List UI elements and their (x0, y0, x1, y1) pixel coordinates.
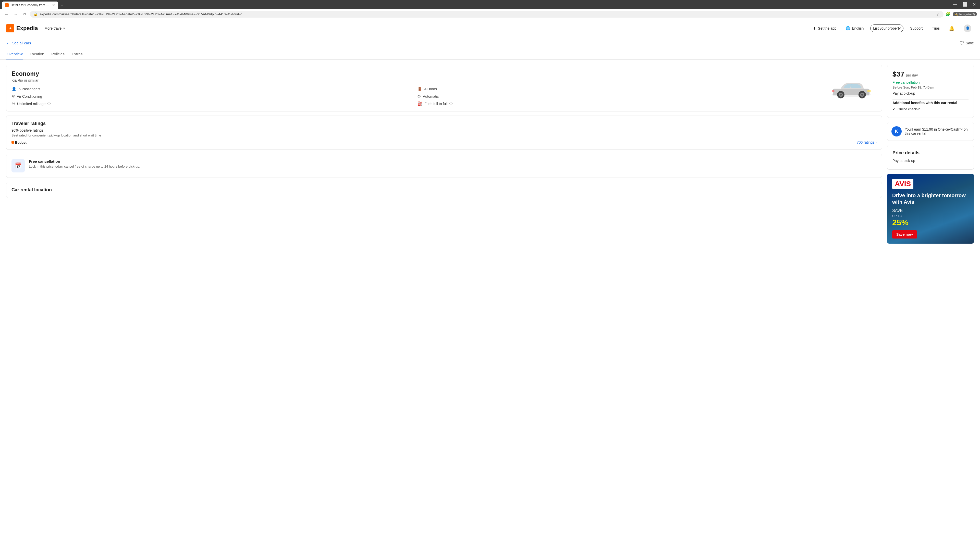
more-travel-label: More travel (45, 26, 62, 30)
address-bar-right: 🧩 🕵 Incognito (2) (945, 12, 977, 17)
main-layout: Economy Kia Rio or similar 👤 5 Passenger… (0, 60, 980, 249)
language-button[interactable]: 🌐 English (843, 24, 866, 32)
logo[interactable]: ✈ Expedia (6, 24, 38, 32)
svg-point-7 (861, 94, 863, 95)
svg-point-9 (832, 90, 835, 92)
new-tab-button[interactable]: + (59, 2, 65, 9)
trips-button[interactable]: Trips (929, 25, 942, 32)
ratings-count: 706 ratings (857, 140, 874, 144)
feature-ac: ❄ Air Conditioning (11, 94, 415, 99)
extensions-icon[interactable]: 🧩 (945, 12, 951, 17)
ac-icon: ❄ (11, 94, 15, 99)
window-minimize-button[interactable]: — (951, 2, 959, 7)
back-button[interactable]: ← (3, 11, 10, 17)
feature-passengers-label: 5 Passengers (19, 87, 41, 91)
car-class: Economy (11, 70, 821, 77)
price-card: $37 per day Free cancellation Before Sun… (887, 65, 974, 118)
doors-icon: 🚪 (417, 86, 422, 91)
onekeycash-card: K You'll earn $11.90 in OneKeyCash™ on t… (887, 122, 974, 141)
back-to-cars-link[interactable]: ← See all cars (6, 41, 31, 46)
page: ✈ Expedia More travel ▾ ⬇ Get the app 🌐 … (0, 20, 980, 249)
address-bar[interactable]: 🔒 expedia.com/carsearch/details?date1=2%… (30, 11, 943, 17)
globe-icon: 🌐 (845, 26, 850, 30)
cancel-text: Free cancellation Lock in this price tod… (29, 159, 140, 168)
incognito-badge: 🕵 Incognito (2) (953, 12, 977, 16)
tab-close-button[interactable]: ✕ (52, 3, 55, 7)
fuel-info-icon[interactable]: ⓘ (449, 102, 452, 106)
feature-fuel-label: Fuel: full to full (425, 102, 447, 106)
mileage-icon: ♾ (11, 101, 15, 106)
checkmark-icon: ✓ (892, 107, 896, 111)
browser-tabs: ✈ Details for Economy from Budg... ✕ + (2, 2, 65, 9)
ratings-section: Traveler ratings 90% positive ratings Be… (6, 116, 882, 150)
save-button[interactable]: ♡ Save (959, 40, 974, 46)
browser-tab-active[interactable]: ✈ Details for Economy from Budg... ✕ (2, 2, 58, 9)
car-model: Kia Rio or similar (11, 78, 821, 83)
feature-fuel: ⛽ Fuel: full to full ⓘ (417, 101, 821, 106)
incognito-icon: 🕵 (955, 13, 958, 16)
feature-ac-label: Air Conditioning (17, 94, 42, 98)
mileage-info-icon[interactable]: ⓘ (48, 102, 51, 106)
cancel-title: Free cancellation (29, 159, 140, 164)
bookmark-icon[interactable]: ☆ (937, 12, 940, 16)
feature-doors-label: 4 Doors (425, 87, 437, 91)
cancel-icon-box: 📅 (11, 159, 25, 172)
benefit-online-checkin: ✓ Online check-in (892, 107, 969, 111)
user-menu-button[interactable]: 👤 (961, 23, 974, 34)
tab-overview[interactable]: Overview (6, 49, 23, 59)
ratings-link[interactable]: 706 ratings › (857, 140, 877, 144)
notifications-button[interactable]: 🔔 (946, 24, 957, 33)
feature-mileage: ♾ Unlimited mileage ⓘ (11, 101, 415, 106)
car-features: 👤 5 Passengers 🚪 4 Doors ❄ Air Condition… (11, 86, 821, 106)
benefits-title: Additional benefits with this car rental (892, 101, 969, 105)
free-cancellation-section: 📅 Free cancellation Lock in this price t… (6, 154, 882, 178)
forward-button[interactable]: → (12, 11, 19, 17)
ratings-title: Traveler ratings (11, 121, 877, 126)
avatar: 👤 (964, 24, 971, 32)
feature-passengers: 👤 5 Passengers (11, 86, 415, 91)
price-row-pay-at-pickup: Pay at pick-up (892, 159, 969, 163)
window-maximize-button[interactable]: ⬜ (960, 2, 969, 7)
car-image (826, 70, 877, 106)
avis-save-label: SAVE (892, 208, 969, 213)
url-text: expedia.com/carsearch/details?date1=2%2F… (40, 12, 935, 16)
price-per-day: per day (906, 73, 918, 77)
ratings-footer: Budget 706 ratings › (11, 140, 877, 144)
download-icon: ⬇ (813, 26, 816, 30)
breadcrumb-bar: ← See all cars ♡ Save (0, 37, 980, 49)
cancel-description: Lock in this price today, cancel free of… (29, 165, 140, 168)
tab-location[interactable]: Location (29, 49, 45, 59)
bell-icon: 🔔 (949, 25, 955, 31)
transmission-icon: ⚙ (417, 94, 421, 99)
window-close-button[interactable]: ✕ (970, 2, 978, 7)
reload-button[interactable]: ↻ (21, 11, 28, 17)
tab-extras[interactable]: Extras (71, 49, 83, 59)
budget-badge: Budget (11, 141, 27, 144)
ratings-positive: 90% positive ratings (11, 128, 877, 132)
more-travel-button[interactable]: More travel ▾ (42, 25, 67, 32)
feature-doors: 🚪 4 Doors (417, 86, 821, 91)
pay-at-pickup-label: Pay at pick-up (892, 159, 915, 163)
feature-transmission: ⚙ Automatic (417, 94, 821, 99)
tab-title: Details for Economy from Budg... (11, 3, 50, 7)
price-amount: $37 (892, 70, 904, 78)
heart-icon: ♡ (959, 40, 964, 46)
feature-mileage-label: Unlimited mileage (17, 102, 45, 106)
svg-point-4 (840, 94, 842, 95)
car-svg (828, 76, 874, 101)
fuel-icon: ⛽ (417, 101, 422, 106)
list-property-button[interactable]: List your property (870, 24, 904, 32)
get-app-button[interactable]: ⬇ Get the app (810, 24, 839, 32)
avis-percentage: 25% (892, 218, 969, 227)
tab-policies[interactable]: Policies (51, 49, 65, 59)
logo-text: Expedia (16, 25, 38, 32)
right-column: $37 per day Free cancellation Before Sun… (887, 65, 974, 244)
ratings-best: Best rated for convenient pick-up locati… (11, 133, 877, 137)
avis-save-button[interactable]: Save now (892, 230, 917, 238)
cancel-icon: 📅 (15, 162, 22, 169)
car-location-section: Car rental location (6, 182, 882, 198)
avis-logo: AVIS (892, 179, 913, 189)
onekeycash-text: You'll earn $11.90 in OneKeyCash™ on thi… (905, 127, 969, 135)
support-button[interactable]: Support (907, 25, 925, 32)
avis-headline: Drive into a brighter tomorrow with Avis (892, 192, 969, 205)
